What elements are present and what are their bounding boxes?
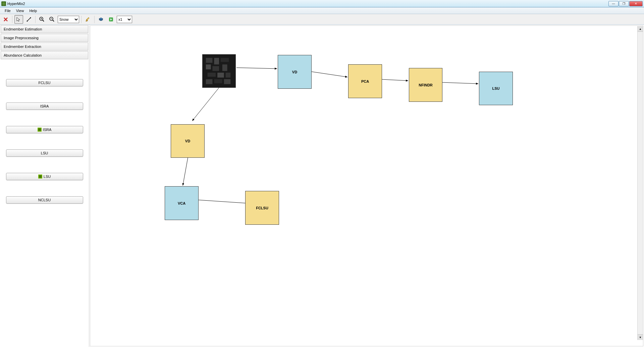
zoom-out-tool[interactable] bbox=[48, 15, 56, 24]
hyperspectral-image-icon bbox=[203, 55, 235, 87]
svg-rect-22 bbox=[206, 79, 213, 84]
algo-label: LSU bbox=[44, 175, 51, 179]
scroll-up-arrow[interactable]: ▲ bbox=[638, 26, 643, 32]
toolbar: Snow x1 bbox=[0, 14, 644, 25]
separator bbox=[35, 16, 36, 23]
canvas-container: VD PCA NFINDR LSU VD VCA FCLSU ▲ ▼ bbox=[90, 25, 643, 346]
svg-rect-23 bbox=[214, 79, 222, 83]
zoom-in-icon bbox=[39, 16, 45, 22]
clean-tool[interactable] bbox=[84, 15, 92, 24]
node-nfindr[interactable]: NFINDR bbox=[409, 68, 442, 102]
algo-label: ISRA bbox=[43, 128, 52, 132]
gpu-icon bbox=[38, 128, 42, 132]
algo-lsu[interactable]: LSU bbox=[6, 149, 83, 157]
run-tool[interactable] bbox=[107, 15, 115, 24]
node-label: NFINDR bbox=[419, 83, 433, 87]
connect-tool[interactable] bbox=[24, 15, 33, 24]
node-vca[interactable]: VCA bbox=[165, 186, 199, 220]
separator bbox=[94, 16, 95, 23]
accordion-image-preprocessing[interactable]: Image Preprocessing bbox=[1, 34, 88, 42]
scroll-down-arrow[interactable]: ▼ bbox=[638, 334, 643, 340]
svg-line-5 bbox=[236, 68, 277, 69]
node-label: VD bbox=[185, 139, 190, 143]
algo-nclsu[interactable]: NCLSU bbox=[6, 196, 83, 204]
node-label: PCA bbox=[361, 79, 369, 83]
svg-rect-19 bbox=[208, 73, 216, 77]
pointer-tool[interactable] bbox=[14, 15, 23, 24]
node-label: VCA bbox=[178, 201, 185, 205]
menu-file[interactable]: File bbox=[2, 8, 13, 13]
algo-lsu-gpu[interactable]: LSU bbox=[6, 173, 83, 180]
node-fclsu[interactable]: FCLSU bbox=[245, 191, 279, 225]
play-icon bbox=[109, 17, 113, 22]
node-image[interactable] bbox=[202, 54, 236, 88]
minimize-button[interactable]: — bbox=[608, 1, 619, 6]
algo-isra[interactable]: ISRA bbox=[6, 102, 83, 110]
window-title: HyperMix2 bbox=[7, 2, 608, 6]
node-label: LSU bbox=[492, 86, 500, 90]
accordion-endmember-estimation[interactable]: Endmember Estimation bbox=[1, 25, 88, 33]
svg-rect-24 bbox=[224, 79, 231, 84]
svg-rect-18 bbox=[222, 64, 227, 71]
zoom-out-icon bbox=[49, 16, 55, 22]
node-vd-blue[interactable]: VD bbox=[278, 55, 312, 89]
vertical-scrollbar[interactable]: ▲ ▼ bbox=[637, 26, 643, 340]
algo-label: NCLSU bbox=[38, 198, 51, 202]
svg-line-6 bbox=[312, 72, 347, 77]
delete-tool[interactable] bbox=[1, 15, 10, 24]
node-label: VD bbox=[292, 70, 297, 74]
load-image-tool[interactable] bbox=[97, 15, 105, 24]
accordion-endmember-extraction[interactable]: Endmember Extraction bbox=[1, 43, 88, 51]
maximize-button[interactable]: ❐ bbox=[619, 1, 629, 6]
node-label: FCLSU bbox=[256, 206, 268, 210]
x-icon bbox=[3, 17, 8, 22]
theme-select[interactable]: Snow bbox=[58, 16, 79, 23]
titlebar: HyperMix2 — ❐ ✕ bbox=[0, 0, 644, 7]
node-vd-yellow[interactable]: VD bbox=[171, 124, 205, 158]
zoom-in-tool[interactable] bbox=[38, 15, 46, 24]
algo-fclsu[interactable]: FCLSU bbox=[6, 79, 83, 86]
menubar: File View Help bbox=[0, 7, 644, 14]
accordion-abundance-calculation[interactable]: Abundance Calculation bbox=[1, 51, 88, 59]
broom-icon bbox=[85, 17, 91, 22]
svg-rect-13 bbox=[206, 58, 213, 63]
svg-rect-15 bbox=[221, 58, 229, 62]
svg-rect-21 bbox=[226, 73, 231, 78]
svg-line-10 bbox=[183, 158, 188, 186]
node-pca[interactable]: PCA bbox=[348, 64, 382, 98]
window-buttons: — ❐ ✕ bbox=[608, 1, 643, 6]
svg-rect-20 bbox=[217, 73, 224, 78]
gpu-icon bbox=[38, 175, 42, 179]
line-icon bbox=[26, 17, 32, 22]
zoom-select[interactable]: x1 bbox=[117, 16, 132, 23]
menu-view[interactable]: View bbox=[13, 8, 27, 13]
menu-help[interactable]: Help bbox=[26, 8, 40, 13]
svg-point-0 bbox=[27, 20, 28, 21]
separator bbox=[12, 16, 12, 23]
svg-rect-14 bbox=[214, 58, 219, 65]
svg-rect-17 bbox=[212, 66, 219, 71]
app-icon bbox=[1, 1, 6, 6]
image-stack-icon bbox=[98, 16, 104, 22]
algo-label: FCLSU bbox=[38, 81, 50, 85]
algo-label: LSU bbox=[41, 151, 48, 155]
svg-rect-16 bbox=[206, 64, 211, 69]
algo-isra-gpu[interactable]: ISRA bbox=[6, 126, 83, 133]
algo-label: ISRA bbox=[40, 104, 49, 108]
separator bbox=[81, 16, 82, 23]
svg-line-7 bbox=[382, 79, 408, 81]
main-area: Endmember Estimation Image Preprocessing… bbox=[0, 25, 644, 347]
svg-line-8 bbox=[442, 82, 478, 84]
node-lsu[interactable]: LSU bbox=[479, 72, 513, 105]
cursor-icon bbox=[16, 17, 21, 22]
close-button[interactable]: ✕ bbox=[629, 1, 643, 6]
sidebar: Endmember Estimation Image Preprocessing… bbox=[0, 25, 89, 347]
svg-point-1 bbox=[30, 17, 31, 18]
sidebar-content: FCLSU ISRA ISRA LSU LSU NCLSU bbox=[0, 60, 89, 347]
canvas[interactable]: VD PCA NFINDR LSU VD VCA FCLSU bbox=[91, 26, 637, 340]
